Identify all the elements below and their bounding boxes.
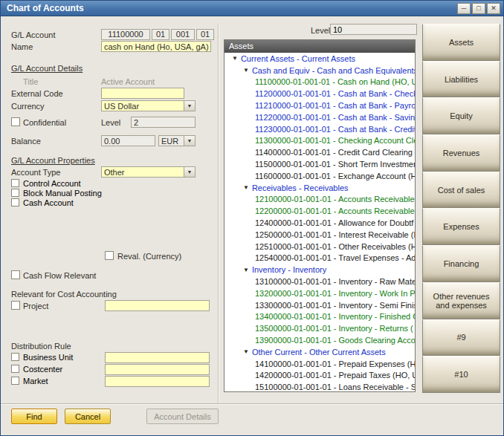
tree-row[interactable]: ▼ 13200000-01-001-01 - Inventory - Work … (224, 287, 415, 299)
collapse-triangle-icon[interactable]: ▼ (243, 67, 249, 74)
tree-row[interactable]: ▼ 11300000-01-001-01 - Checking Account … (224, 135, 415, 147)
category-drawer-button[interactable]: Other revenues and expenses (422, 282, 500, 319)
cancel-button[interactable]: Cancel (65, 409, 111, 424)
tree-row[interactable]: ▼ Other Current - Other Current Assets (224, 346, 415, 358)
tree-row[interactable]: ▼ 11200000-01-001-01 - Cash at Bank - Ch… (224, 88, 415, 100)
name-input[interactable]: cash on Hand (Ho, USA, gA) (101, 41, 211, 52)
tree-row[interactable]: ▼ 12540000-01-001-01 - Travel Expenses -… (224, 253, 415, 264)
category-drawer-button[interactable]: Cost of sales (422, 172, 500, 209)
project-input[interactable] (105, 300, 210, 311)
tree-row[interactable]: ▼ 12510000-01-001-01 - Other Receivables… (224, 241, 415, 253)
balance-currency-select[interactable]: EUR ▼ (158, 135, 196, 146)
tree-row[interactable]: ▼ 12100000-01-001-01 - Accounts Receivab… (224, 194, 415, 206)
tree-row[interactable]: ▼ 14200000-01-001-01 - Prepaid Taxes (HO… (224, 370, 415, 382)
tree-row-label: 11210000-01-001-01 - Cash at Bank - Payr… (255, 101, 415, 110)
tree-row[interactable]: ▼ 15100000-01-001-01 - Loans Receivable … (224, 381, 415, 392)
tree-row[interactable]: ▼ 13500000-01-001-01 - Inventory - Retur… (224, 322, 415, 334)
tree-row[interactable]: ▼ Receivables - Receivables (224, 182, 415, 194)
distribution-label: Market (23, 377, 48, 385)
distribution-rule-section-header: Distribution Rule (11, 342, 71, 351)
category-drawer-button[interactable]: Liabilities (422, 61, 500, 98)
tree-row-label: 11400000-01-001-01 - Credit Card Clearin… (255, 148, 415, 157)
tree-row-label: 12500000-01-001-01 - Interest Receivable… (255, 230, 415, 239)
category-drawer-button[interactable]: Assets (422, 24, 500, 61)
flag-checkbox[interactable] (11, 189, 19, 197)
gl-account-segment-field[interactable]: 001 (171, 29, 195, 40)
tree-row[interactable]: ▼ 11210000-01-001-01 - Cash at Bank - Pa… (224, 100, 415, 111)
distribution-input[interactable] (105, 352, 210, 363)
tree-row-label: 12100000-01-001-01 - Accounts Receivable… (255, 195, 415, 204)
category-drawer-label: Cost of sales (438, 186, 485, 195)
close-button[interactable]: ✕ (487, 3, 500, 14)
tree-row-label: 11200000-01-001-01 - Cash at Bank - Chec… (255, 89, 415, 98)
tree-row-label: 11100000-01-001-01 - Cash on Hand (HO, U (255, 77, 415, 86)
tree-row-label: 11300000-01-001-01 - Checking Account Cl… (255, 136, 415, 145)
tree-row-label: Current Assets - Current Assets (241, 54, 355, 63)
distribution-checkbox[interactable] (11, 365, 19, 373)
collapse-triangle-icon[interactable]: ▼ (232, 55, 238, 62)
chevron-down-icon[interactable]: ▼ (184, 136, 195, 146)
currency-select[interactable]: US Dollar ▼ (101, 100, 196, 111)
tree-row[interactable]: ▼ 13100000-01-001-01 - Inventory - Raw M… (224, 276, 415, 287)
tree-row-label: 13900000-01-001-01 - Goods Clearing Acco… (255, 336, 415, 345)
tree-row[interactable]: ▼ 13900000-01-001-01 - Goods Clearing Ac… (224, 334, 415, 346)
category-drawer-button[interactable]: Revenues (422, 134, 500, 172)
maximize-button[interactable]: □ (472, 3, 485, 14)
collapse-triangle-icon[interactable]: ▼ (243, 348, 249, 355)
tree-row[interactable]: ▼ 12200000-01-001-01 - Accounts Receivab… (224, 205, 415, 217)
tree-row[interactable]: ▼ 11600000-01-001-01 - Exchange Account … (224, 170, 415, 182)
distribution-checkbox[interactable] (11, 377, 19, 385)
confidential-checkbox[interactable] (11, 117, 20, 126)
confidential-label: Confidential (23, 118, 66, 127)
flag-checkbox[interactable] (11, 179, 19, 187)
gl-account-segment-field[interactable]: 01 (196, 29, 214, 40)
project-checkbox[interactable] (11, 301, 20, 310)
account-category-drawers: Assets Liabilities Equity Revenues Cost … (422, 24, 500, 393)
collapse-triangle-icon[interactable]: ▼ (243, 267, 249, 273)
title-option-label: Title (23, 77, 38, 86)
collapse-triangle-icon[interactable]: ▼ (243, 184, 249, 191)
account-details-button[interactable]: Account Details (146, 409, 219, 424)
currency-value: US Dollar (102, 101, 184, 111)
account-type-select[interactable]: Other ▼ (101, 166, 196, 178)
gl-account-segment-field[interactable]: 11100000 (101, 29, 150, 40)
tree-row[interactable]: ▼ 13300000-01-001-01 - Inventory - Semi … (224, 299, 415, 311)
tree-row-label: 12200000-01-001-01 - Accounts Receivable… (255, 206, 415, 215)
balance-currency-value: EUR (159, 136, 184, 146)
tree-row[interactable]: ▼ 12500000-01-001-01 - Interest Receivab… (224, 229, 415, 241)
tree-row[interactable]: ▼ 11220000-01-001-01 - Cash at Bank - Sa… (224, 111, 415, 123)
window-controls: ─ □ ✕ (457, 3, 500, 14)
reval-currency-checkbox[interactable] (105, 251, 114, 260)
find-button[interactable]: Find (11, 409, 57, 424)
tree-row[interactable]: ▼ Current Assets - Current Assets (224, 53, 415, 65)
chevron-down-icon[interactable]: ▼ (184, 101, 195, 111)
distribution-input[interactable] (105, 376, 210, 387)
tree-row[interactable]: ▼ 11230000-01-001-01 - Cash at Bank - Cr… (224, 123, 415, 135)
tree-row[interactable]: ▼ Inventory - Inventory (224, 264, 415, 276)
category-drawer-button[interactable]: Financing (422, 245, 500, 282)
tree-row[interactable]: ▼ 11500000-01-001-01 - Short Term Invest… (224, 158, 415, 170)
minimize-button[interactable]: ─ (457, 3, 471, 14)
cash-flow-relevant-checkbox[interactable] (11, 270, 20, 279)
category-drawer-button[interactable]: Expenses (422, 208, 500, 245)
tree-row[interactable]: ▼ Cash and Equiv - Cash and Cash Equival… (224, 65, 415, 77)
tree-row[interactable]: ▼ 13400000-01-001-01 - Inventory - Finis… (224, 311, 415, 323)
tree-row[interactable]: ▼ 11100000-01-001-01 - Cash on Hand (HO,… (224, 77, 415, 88)
external-code-input[interactable] (101, 88, 184, 99)
distribution-checkbox[interactable] (11, 353, 19, 361)
tree-header: Assets (224, 40, 415, 53)
tree-row[interactable]: ▼ 11400000-01-001-01 - Credit Card Clear… (224, 146, 415, 158)
category-drawer-button[interactable]: Equity (422, 97, 500, 134)
chevron-down-icon[interactable]: ▼ (184, 167, 195, 177)
category-drawer-button[interactable]: #10 (422, 356, 500, 393)
tree-row[interactable]: ▼ 14100000-01-001-01 - Prepaid Expenses … (224, 358, 415, 370)
category-drawer-label: Other revenues and expenses (427, 292, 496, 310)
tree-row[interactable]: ▼ 12400000-01-001-01 - Allowance for Dou… (224, 217, 415, 229)
gl-account-segment-field[interactable]: 01 (152, 29, 169, 40)
distribution-label: Business Unit (23, 353, 73, 362)
distribution-input[interactable] (105, 364, 210, 375)
balance-field: 0.00 (101, 135, 155, 146)
active-account-option-label: Active Account (101, 77, 155, 86)
category-drawer-button[interactable]: #9 (422, 319, 500, 357)
flag-checkbox[interactable] (11, 198, 19, 206)
